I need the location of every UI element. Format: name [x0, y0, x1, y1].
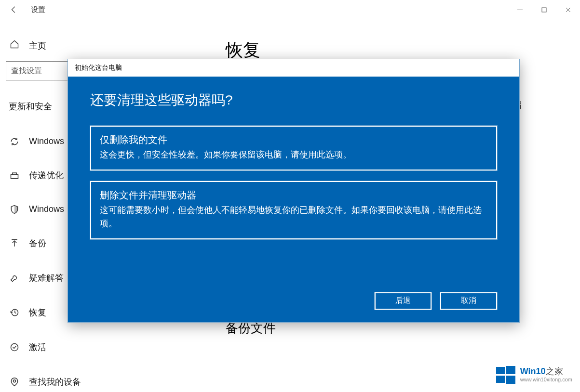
svg-rect-10 — [496, 367, 505, 374]
button-label: 后退 — [395, 296, 411, 306]
cancel-button[interactable]: 取消 — [440, 292, 497, 310]
button-label: 取消 — [461, 296, 476, 306]
window-controls — [508, 0, 580, 19]
wrench-icon — [9, 273, 20, 283]
sidebar-item-label: Windows — [29, 136, 64, 146]
sidebar-item-label: Windows — [29, 204, 64, 214]
sync-icon — [9, 137, 20, 146]
sidebar-item-find-device[interactable]: 查找我的设备 — [6, 369, 208, 392]
search-placeholder: 查找设置 — [11, 66, 42, 76]
option-description: 这可能需要数小时，但会使他人不能轻易地恢复你的已删除文件。如果你要回收该电脑，请… — [100, 204, 487, 231]
dialog-heading: 还要清理这些驱动器吗? — [90, 91, 497, 109]
svg-point-8 — [11, 344, 18, 351]
option-remove-files-only[interactable]: 仅删除我的文件 这会更快，但安全性较差。如果你要保留该电脑，请使用此选项。 — [90, 126, 497, 170]
home-icon — [9, 39, 20, 52]
sidebar-item-activation[interactable]: 激活 — [6, 335, 208, 360]
back-button[interactable]: 后退 — [375, 292, 432, 310]
backup-icon — [9, 238, 20, 248]
minimize-button[interactable] — [508, 0, 532, 19]
svg-rect-1 — [542, 8, 546, 12]
windows-logo-icon — [495, 365, 516, 384]
option-remove-files-clean-drive[interactable]: 删除文件并清理驱动器 这可能需要数小时，但会使他人不能轻易地恢复你的已删除文件。… — [90, 181, 497, 239]
sidebar-item-label: 疑难解答 — [29, 272, 64, 284]
shield-icon — [9, 205, 20, 214]
watermark-brand: Win10之家 — [520, 367, 572, 376]
delivery-icon — [9, 170, 20, 180]
svg-rect-12 — [496, 376, 505, 383]
sidebar-item-label: 恢复 — [29, 307, 46, 318]
svg-rect-13 — [506, 376, 515, 384]
sidebar-item-label: 备份 — [29, 237, 46, 249]
check-circle-icon — [9, 342, 20, 352]
svg-rect-4 — [11, 174, 18, 178]
sidebar-item-home[interactable]: 主页 — [6, 34, 208, 57]
close-button[interactable] — [556, 0, 580, 19]
dialog-title: 初始化这台电脑 — [68, 59, 519, 77]
svg-rect-11 — [506, 366, 515, 374]
reset-pc-dialog: 初始化这台电脑 还要清理这些驱动器吗? 仅删除我的文件 这会更快，但安全性较差。… — [67, 59, 520, 323]
history-icon — [9, 308, 20, 317]
sidebar-item-label: 激活 — [29, 341, 46, 353]
location-icon — [9, 377, 20, 387]
window-titlebar: 设置 — [0, 0, 580, 19]
back-button[interactable] — [7, 2, 21, 17]
option-title: 删除文件并清理驱动器 — [100, 189, 487, 202]
sidebar-item-label: 传递优化 — [29, 170, 64, 181]
watermark: Win10之家 www.win10xitong.com — [491, 362, 576, 387]
svg-point-9 — [13, 380, 16, 382]
dialog-footer: 后退 取消 — [90, 292, 497, 310]
option-description: 这会更快，但安全性较差。如果你要保留该电脑，请使用此选项。 — [100, 148, 487, 162]
maximize-button[interactable] — [532, 0, 556, 19]
sidebar-item-label: 查找我的设备 — [29, 376, 81, 388]
window-title: 设置 — [31, 5, 45, 14]
option-title: 仅删除我的文件 — [100, 133, 487, 146]
sidebar-item-label: 主页 — [29, 40, 46, 52]
watermark-url: www.win10xitong.com — [520, 377, 572, 382]
